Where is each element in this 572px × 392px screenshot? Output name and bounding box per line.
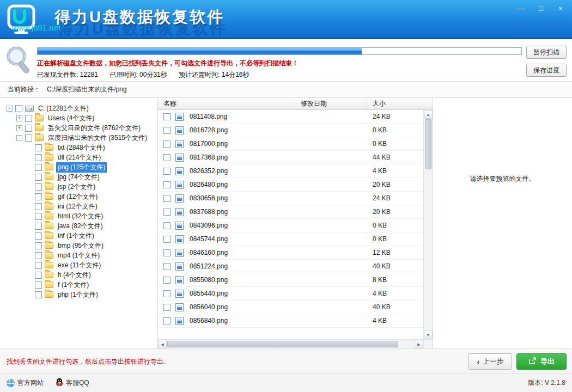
tree-checkbox[interactable] [35,193,42,200]
tree-item[interactable]: f (1个文件) [0,280,157,290]
file-checkbox[interactable] [163,127,171,134]
file-checkbox[interactable] [163,263,171,270]
tree-checkbox[interactable] [35,203,42,210]
vertical-scrollbar[interactable] [423,110,433,339]
scroll-right-icon[interactable] [415,340,423,348]
vertical-scroll-thumb[interactable] [425,119,431,169]
file-checkbox[interactable] [163,209,171,216]
scroll-left-icon[interactable] [158,340,167,348]
file-checkbox[interactable] [163,317,171,324]
file-checkbox[interactable] [163,113,171,120]
file-row[interactable]: 0816728.png0 KB [158,124,423,137]
close-button[interactable]: × [557,4,564,13]
file-row[interactable]: 0830656.png24 KB [158,192,423,205]
tree-checkbox[interactable] [35,262,42,269]
tree-item[interactable]: +丢失父目录的文件 (8762个文件) [0,123,157,133]
column-header-name[interactable]: 名称 [158,98,295,109]
file-checkbox[interactable] [163,140,171,148]
tree-item[interactable]: php (1个文件) [0,290,157,299]
tree-item[interactable]: html (32个文件) [0,211,157,221]
tree-item[interactable]: +Users (4个文件) [0,113,157,123]
save-progress-button[interactable]: 保存进度 [526,64,567,77]
tree-checkbox[interactable] [35,272,42,279]
tree-item[interactable]: inf (1个文件) [0,231,157,241]
tree-checkbox[interactable] [35,281,42,289]
tree-item[interactable]: jsp (2个文件) [0,182,157,192]
horizontal-scroll-track[interactable] [399,340,415,348]
tree-item[interactable]: java (82个文件) [0,221,157,231]
column-header-size[interactable]: 大小 [367,98,433,109]
tree-checkbox[interactable] [35,232,42,240]
file-checkbox[interactable] [163,168,171,175]
file-row[interactable]: 0817000.png0 KB [158,137,423,151]
expand-icon[interactable]: + [16,115,22,121]
tree-item[interactable]: bmp (95个文件) [0,241,157,250]
tree-checkbox[interactable] [35,291,42,298]
file-row[interactable]: 0811408.png24 KB [158,110,423,124]
export-button[interactable]: 导出 [516,353,567,370]
file-checkbox[interactable] [163,236,171,243]
file-size: 4 KB [367,167,423,175]
tree-item[interactable]: h (4个文件) [0,270,157,280]
file-row[interactable]: 0837688.png20 KB [158,205,423,219]
collapse-icon[interactable]: - [7,106,13,112]
pause-scan-button[interactable]: 暂停扫描 [526,46,567,59]
file-checkbox[interactable] [163,290,171,297]
tree-checkbox[interactable] [35,144,42,151]
tree-checkbox[interactable] [25,115,32,122]
tree-checkbox[interactable] [35,183,42,191]
tree-checkbox[interactable] [25,125,32,132]
tree-item[interactable]: gif (12个文件) [0,192,157,201]
tree-item[interactable]: txt (2848个文件) [0,143,157,152]
official-site-link[interactable]: 官方网站 [7,378,44,388]
file-row[interactable]: 0817368.png44 KB [158,151,423,164]
tree-checkbox[interactable] [35,242,42,249]
maximize-button[interactable]: □ [537,4,545,13]
tree-checkbox[interactable] [35,164,42,171]
tree-item[interactable]: dll (214个文件) [0,152,157,162]
expand-icon[interactable]: + [16,125,22,131]
scroll-up-icon[interactable] [424,110,433,119]
file-checkbox[interactable] [163,181,171,188]
file-row[interactable]: 0851224.png40 KB [158,260,423,273]
file-row[interactable]: 0826352.png4 KB [158,164,423,178]
tree-checkbox[interactable] [25,134,32,142]
tree-item[interactable]: mp4 (1个文件) [0,250,157,260]
tree-item[interactable]: exe (11个文件) [0,260,157,270]
tree-checkbox[interactable] [35,174,42,181]
column-header-date[interactable]: 修改日期 [295,98,367,109]
support-qq-link[interactable]: 客服QQ [56,378,89,388]
collapse-icon[interactable]: - [16,135,22,141]
file-checkbox[interactable] [163,304,171,311]
scroll-down-icon[interactable] [424,330,433,339]
file-row[interactable]: 0855080.png8 KB [158,273,423,287]
horizontal-scrollbar[interactable] [158,340,423,348]
file-checkbox[interactable] [163,277,171,284]
file-checkbox[interactable] [163,154,171,161]
folder-icon [45,281,53,288]
file-checkbox[interactable] [163,195,171,202]
file-row[interactable]: 0846160.png12 KB [158,246,423,260]
vertical-scroll-track[interactable] [424,170,433,330]
file-row[interactable]: 0855440.png4 KB [158,287,423,301]
file-row[interactable]: 0856040.png40 KB [158,301,423,314]
file-checkbox[interactable] [163,249,171,256]
tree-checkbox[interactable] [35,154,42,161]
tree-checkbox[interactable] [35,223,42,230]
tree-checkbox[interactable] [35,213,42,220]
file-row[interactable]: 0826480.png20 KB [158,178,423,192]
minimize-button[interactable]: — [518,4,525,13]
tree-item[interactable]: -C: (12281个文件) [0,103,157,113]
tree-item[interactable]: -深度扫描出来的文件 (3515个文件) [0,133,157,143]
file-row[interactable]: 0845744.png0 KB [158,232,423,246]
tree-item[interactable]: png (125个文件) [0,162,157,172]
tree-item[interactable]: ini (12个文件) [0,201,157,211]
file-checkbox[interactable] [163,222,171,229]
file-row[interactable]: 0856840.png4 KB [158,314,423,328]
tree-item[interactable]: jpg (74个文件) [0,172,157,182]
file-row[interactable]: 0843096.png0 KB [158,219,423,232]
tree-checkbox[interactable] [15,105,22,112]
tree-checkbox[interactable] [35,252,42,259]
previous-step-button[interactable]: 上一步 [468,353,512,370]
horizontal-scroll-thumb[interactable] [167,341,398,347]
